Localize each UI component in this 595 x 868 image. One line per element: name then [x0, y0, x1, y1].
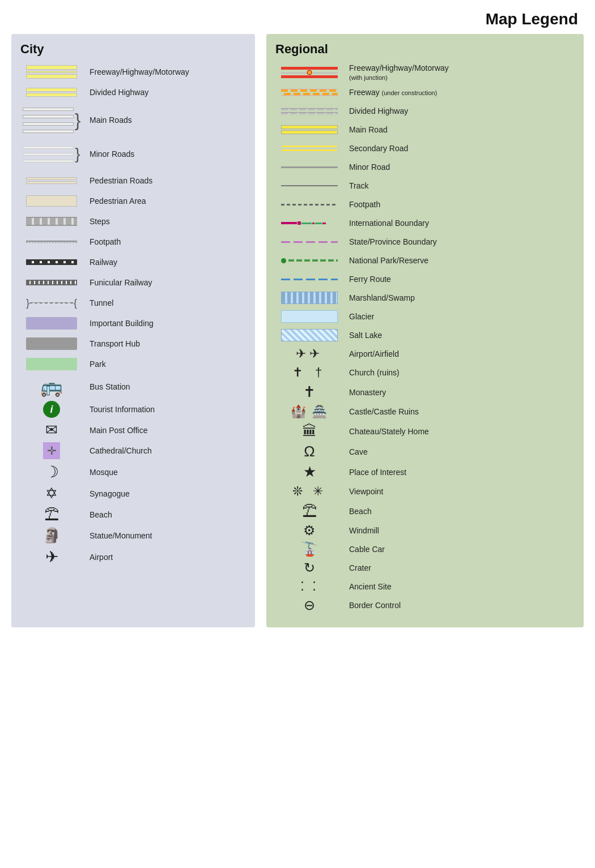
- freeway-label: Freeway/Highway/Motorway: [90, 67, 189, 76]
- reg-chateau-label: Chateau/Stately Home: [349, 427, 429, 436]
- list-item: Railway: [20, 254, 246, 271]
- steps-label: Steps: [90, 217, 110, 226]
- reg-marshland-label: Marshland/Swamp: [349, 293, 415, 302]
- reg-main-road-symbol: [275, 125, 343, 134]
- reg-monastery-symbol: ✝: [275, 383, 343, 401]
- reg-secondary-road-label: Secondary Road: [349, 144, 408, 153]
- railway-symbol: [20, 259, 83, 265]
- list-item: ✈ Airport: [20, 548, 246, 566]
- divided-highway-symbol: [20, 88, 83, 97]
- reg-monastery-label: Monastery: [349, 388, 386, 397]
- reg-freeway-construction-label: Freeway (under construction): [349, 88, 437, 97]
- list-item: Important Building: [20, 315, 246, 332]
- reg-crater-symbol: ↻: [275, 560, 343, 576]
- list-item: Secondary Road: [275, 140, 575, 156]
- reg-beach-symbol: ⛱: [275, 502, 343, 520]
- list-item: Main Road: [275, 122, 575, 138]
- main-roads-label: Main Roads: [90, 116, 132, 125]
- reg-intl-boundary-label: International Boundary: [349, 219, 429, 228]
- airport-city-icon: ✈: [45, 548, 58, 566]
- freeway-symbol: [20, 65, 83, 79]
- airport-city-symbol: ✈: [20, 548, 83, 566]
- list-item: Freeway (under construction): [275, 84, 575, 100]
- list-item: State/Province Boundary: [275, 234, 575, 250]
- list-item: } Main Roads: [20, 104, 246, 136]
- list-item: Pedestrian Roads: [20, 172, 246, 189]
- city-column: City Freeway/Highway/Motorway Divided Hi…: [11, 34, 255, 627]
- reg-footpath-label: Footpath: [349, 200, 380, 209]
- reg-crater-label: Crater: [349, 563, 371, 572]
- list-item: ⚙ Windmill: [275, 523, 575, 538]
- beach-city-icon: ⛱: [44, 506, 59, 523]
- imp-building-label: Important Building: [90, 319, 154, 328]
- mail-icon: ✉: [45, 421, 58, 439]
- castle-icon: 🏰 🏯: [291, 404, 328, 419]
- star-of-david-icon: ✡: [45, 485, 58, 502]
- list-item: Pedestrian Area: [20, 193, 246, 209]
- funicular-symbol: [20, 280, 83, 285]
- reg-windmill-symbol: ⚙: [275, 523, 343, 538]
- reg-main-road-label: Main Road: [349, 125, 388, 134]
- list-item: National Park/Reserve: [275, 253, 575, 268]
- list-item: Transport Hub: [20, 335, 246, 352]
- reg-glacier-symbol: [275, 310, 343, 323]
- list-item: ✛ Cathedral/Church: [20, 442, 246, 459]
- list-item: ☽ Mosque: [20, 463, 246, 481]
- reg-castle-symbol: 🏰 🏯: [275, 404, 343, 419]
- tunnel-symbol: } {: [20, 297, 83, 309]
- reg-viewpoint-label: Viewpoint: [349, 487, 383, 496]
- reg-nat-park-label: National Park/Reserve: [349, 256, 428, 265]
- list-item: Freeway/Highway/Motorway(with junction): [275, 63, 575, 82]
- tunnel-label: Tunnel: [90, 298, 113, 307]
- reg-poi-label: Place of Interest: [349, 468, 406, 477]
- info-icon: i: [43, 401, 60, 418]
- reg-chateau-symbol: 🏛: [275, 422, 343, 440]
- list-item: 🏛 Chateau/Stately Home: [275, 422, 575, 440]
- reg-church-label: Church (ruins): [349, 368, 400, 377]
- church-icon: ✛: [43, 442, 60, 459]
- list-item: ⊖ Border Control: [275, 597, 575, 613]
- list-item: Glacier: [275, 309, 575, 324]
- list-item: } Minor Roads: [20, 139, 246, 169]
- list-item: ★ Place of Interest: [275, 463, 575, 481]
- list-item: Freeway/Highway/Motorway: [20, 63, 246, 80]
- reg-divided-hw-symbol: [275, 108, 343, 114]
- list-item: Marshland/Swamp: [275, 290, 575, 306]
- minor-roads-label: Minor Roads: [90, 149, 134, 159]
- reg-castle-label: Castle/Castle Ruins: [349, 407, 419, 416]
- transport-hub-label: Transport Hub: [90, 339, 140, 348]
- airplane-icon: ✈✈: [296, 347, 323, 361]
- list-item: ⁚ ⁚ Ancient Site: [275, 579, 575, 595]
- ped-roads-label: Pedestrian Roads: [90, 176, 152, 185]
- reg-poi-symbol: ★: [275, 463, 343, 481]
- reg-track-symbol: [275, 182, 343, 190]
- reg-minor-road-symbol: [275, 163, 343, 172]
- statue-icon: 🗿: [42, 527, 61, 544]
- list-item: ✝ † Church (ruins): [275, 365, 575, 380]
- railway-label: Railway: [90, 258, 117, 267]
- cross-icon: ✝ †: [292, 365, 326, 380]
- reg-secondary-road-symbol: [275, 145, 343, 152]
- list-item: ⛱ Beach: [275, 502, 575, 520]
- reg-minor-road-label: Minor Road: [349, 163, 390, 172]
- list-item: International Boundary: [275, 215, 575, 231]
- list-item: ↻ Crater: [275, 560, 575, 576]
- page-title: Map Legend: [0, 0, 595, 34]
- list-item: Salt Lake: [275, 327, 575, 343]
- cathedral-symbol: ✛: [20, 442, 83, 459]
- reg-viewpoint-symbol: ❊ ✳: [275, 484, 343, 499]
- ancient-site-icon: ⁚ ⁚: [300, 579, 318, 594]
- bus-symbol: 🚌: [20, 376, 83, 397]
- reg-airport-symbol: ✈✈: [275, 347, 343, 361]
- list-item: Divided Highway: [275, 103, 575, 119]
- beach-reg-icon: ⛱: [302, 502, 317, 520]
- list-item: ✉ Main Post Office: [20, 421, 246, 439]
- transport-hub-symbol: [20, 337, 83, 350]
- minor-roads-symbol: }: [20, 145, 83, 163]
- reg-ferry-symbol: [275, 275, 343, 284]
- ped-area-label: Pedestrian Area: [90, 196, 146, 206]
- crater-icon: ↻: [304, 560, 315, 576]
- footpath-label: Footpath: [90, 237, 121, 246]
- cave-icon: Ω: [304, 443, 314, 460]
- imp-building-symbol: [20, 317, 83, 330]
